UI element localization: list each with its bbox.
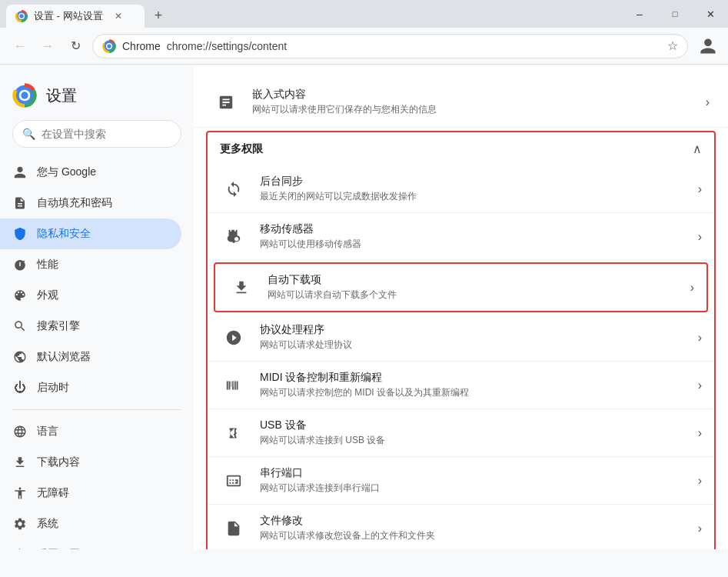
embedded-content-item[interactable]: 嵌入式内容 网站可以请求使用它们保存的与您相关的信息 › (194, 77, 728, 128)
motion-sensors-arrow-icon: › (698, 230, 702, 244)
autofill-icon (12, 195, 28, 211)
midi-arrow-icon: › (698, 379, 702, 392)
tab-title: 设置 - 网站设置 (34, 9, 103, 23)
midi-title: MIDI 设备控制和重新编程 (260, 371, 698, 385)
embedded-content-text: 嵌入式内容 网站可以请求使用它们保存的与您相关的信息 (252, 88, 706, 116)
sidebar-label-default-browser: 默认浏览器 (37, 350, 91, 364)
shield-icon (12, 226, 28, 242)
sidebar-item-system[interactable]: 系统 (0, 509, 181, 539)
motion-sensors-item[interactable]: 移动传感器 网站可以使用移动传感器 › (208, 213, 714, 261)
sidebar: 设置 🔍 您与 Google 自动填充和密码 隐私和安全 (0, 65, 194, 549)
sidebar-item-google[interactable]: 您与 Google (0, 157, 181, 188)
sidebar-item-accessibility[interactable]: 无障碍 (0, 478, 181, 509)
bookmark-icon[interactable]: ☆ (667, 38, 678, 53)
sidebar-item-downloads[interactable]: 下载内容 (0, 447, 181, 478)
serial-port-icon (220, 467, 248, 495)
startup-icon: ⏻ (12, 380, 28, 395)
motion-sensors-desc: 网站可以使用移动传感器 (260, 238, 698, 251)
motion-sensors-title: 移动传感器 (260, 222, 698, 236)
sidebar-item-privacy[interactable]: 隐私和安全 (0, 218, 181, 249)
performance-icon (12, 257, 28, 272)
file-edit-item[interactable]: 文件修改 网站可以请求修改您设备上的文件和文件夹 › (208, 505, 714, 549)
sidebar-item-autofill[interactable]: 自动填充和密码 (0, 188, 181, 218)
serial-port-item[interactable]: 串行端口 网站可以请求连接到串行端口 › (208, 457, 714, 505)
file-edit-icon (220, 515, 248, 542)
settings-header: 设置 (0, 77, 194, 120)
sidebar-label-downloads: 下载内容 (37, 455, 80, 469)
url-text: chrome://settings/content (167, 40, 661, 52)
svg-rect-19 (235, 381, 236, 386)
more-permissions-header[interactable]: 更多权限 ∧ (208, 132, 714, 165)
auto-download-desc: 网站可以请求自动下载多个文件 (268, 288, 690, 302)
svg-point-8 (21, 92, 28, 98)
sidebar-label-google: 您与 Google (37, 165, 96, 179)
site-favicon-icon (102, 39, 116, 53)
serial-port-arrow-icon: › (698, 474, 702, 488)
sidebar-item-reset[interactable]: 重置设置 (0, 539, 181, 549)
embedded-content-arrow-icon: › (706, 95, 710, 109)
sidebar-label-performance: 性能 (37, 258, 58, 272)
sidebar-item-language[interactable]: 语言 (0, 416, 181, 447)
search-bar[interactable]: 🔍 (12, 120, 181, 148)
minimize-button[interactable]: – (622, 0, 657, 28)
motion-sensors-text: 移动传感器 网站可以使用移动传感器 (260, 222, 698, 251)
address-bar: ← → ↻ Chrome chrome://settings/content ☆ (0, 28, 728, 65)
profile-button[interactable] (697, 35, 719, 57)
new-tab-button[interactable]: + (148, 5, 169, 26)
close-button[interactable]: ✕ (693, 0, 728, 28)
search-input[interactable] (42, 128, 176, 140)
file-edit-desc: 网站可以请求修改您设备上的文件和文件夹 (260, 529, 698, 542)
accessibility-icon (12, 485, 28, 501)
language-icon (12, 424, 28, 439)
midi-item[interactable]: MIDI 设备控制和重新编程 网站可以请求控制您的 MIDI 设备以及为其重新编… (208, 362, 714, 409)
serial-port-text: 串行端口 网站可以请求连接到串行端口 (260, 466, 698, 495)
system-icon (12, 516, 28, 532)
auto-download-icon (228, 274, 255, 302)
embedded-content-icon (212, 88, 240, 116)
serial-port-title: 串行端口 (260, 466, 698, 480)
auto-download-item[interactable]: 自动下载项 网站可以请求自动下载多个文件 › (215, 264, 706, 311)
sidebar-label-language: 语言 (37, 425, 58, 439)
sidebar-item-appearance[interactable]: 外观 (0, 280, 181, 311)
active-tab[interactable]: 设置 - 网站设置 ✕ (6, 5, 145, 28)
settings-page-title: 设置 (46, 85, 77, 106)
sidebar-label-autofill: 自动填充和密码 (37, 196, 112, 210)
background-sync-item[interactable]: 后台同步 最近关闭的网站可以完成数据收发操作 › (208, 165, 714, 213)
sidebar-item-performance[interactable]: 性能 (0, 249, 181, 280)
svg-point-2 (19, 14, 23, 18)
serial-port-desc: 网站可以请求连接到串行端口 (260, 482, 698, 495)
forward-button[interactable]: → (37, 35, 58, 57)
reset-icon (12, 547, 28, 549)
usb-title: USB 设备 (260, 419, 698, 432)
svg-rect-17 (231, 381, 231, 386)
tab-close-icon[interactable]: ✕ (112, 10, 125, 22)
palette-icon (12, 288, 28, 303)
maximize-button[interactable]: □ (657, 0, 693, 28)
person-icon (12, 165, 28, 180)
midi-text: MIDI 设备控制和重新编程 网站可以请求控制您的 MIDI 设备以及为其重新编… (260, 371, 698, 399)
sidebar-label-accessibility: 无障碍 (37, 486, 69, 500)
sidebar-item-search[interactable]: 搜索引擎 (0, 311, 181, 342)
usb-icon (220, 419, 248, 447)
usb-desc: 网站可以请求连接到 USB 设备 (260, 434, 698, 447)
svg-rect-20 (228, 381, 228, 386)
url-bar[interactable]: Chrome chrome://settings/content ☆ (92, 34, 688, 58)
background-sync-arrow-icon: › (698, 182, 702, 196)
protocol-handlers-icon (220, 324, 248, 352)
sidebar-label-startup: 启动时 (37, 381, 69, 395)
usb-item[interactable]: USB 设备 网站可以请求连接到 USB 设备 › (208, 409, 714, 457)
back-button[interactable]: ← (9, 35, 31, 57)
search-icon: 🔍 (22, 128, 35, 140)
usb-arrow-icon: › (698, 426, 702, 440)
sidebar-item-startup[interactable]: ⏻ 启动时 (0, 372, 181, 403)
protocol-handlers-item[interactable]: 协议处理程序 网站可以请求处理协议 › (208, 314, 714, 362)
more-permissions-chevron-icon: ∧ (693, 142, 702, 156)
protocol-handlers-desc: 网站可以请求处理协议 (260, 339, 698, 352)
sidebar-item-default-browser[interactable]: 默认浏览器 (0, 342, 181, 372)
reload-button[interactable]: ↻ (65, 35, 86, 57)
svg-rect-16 (237, 381, 238, 389)
svg-rect-13 (229, 381, 231, 389)
sidebar-label-reset: 重置设置 (37, 548, 80, 549)
background-sync-text: 后台同步 最近关闭的网站可以完成数据收发操作 (260, 175, 698, 203)
midi-desc: 网站可以请求控制您的 MIDI 设备以及为其重新编程 (260, 386, 698, 399)
